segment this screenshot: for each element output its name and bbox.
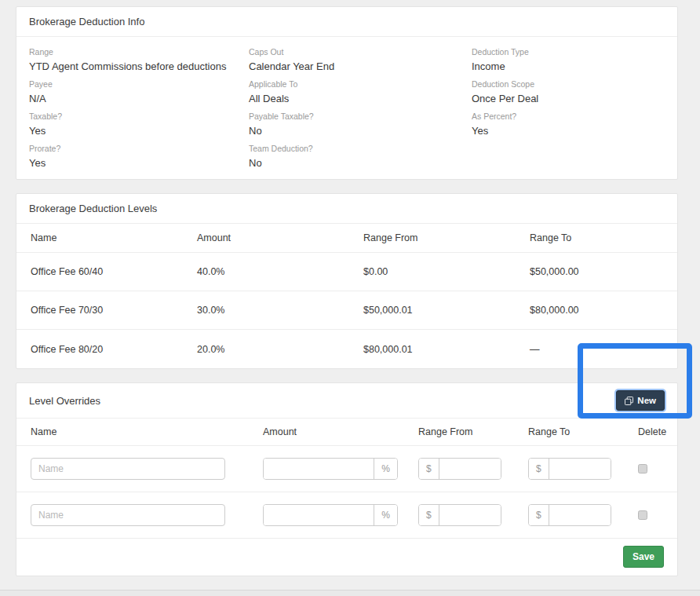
overrides-footer: Save [16,539,677,576]
page-footer-divider [0,590,700,596]
field-label: Payable Taxable? [249,112,459,121]
range-to-input-group: $ [528,458,611,480]
overrides-header-bar: Level Overrides New [16,383,677,419]
field-value: All Deals [249,93,459,104]
cell-name-input [16,504,249,526]
field-label: Payee [29,79,236,89]
column-header-range-from: Range From [349,224,516,252]
field-value: Income [472,60,677,72]
page: Brokerage Deduction Info Range YTD Agent… [0,0,700,596]
dollar-prefix: $ [419,459,439,479]
column-header-name: Name [16,419,249,445]
save-button[interactable]: Save [623,546,664,568]
field-deduction-type: Deduction Type Income [472,47,677,72]
field-as-percent: As Percent? Yes [472,112,677,137]
field-value: Calendar Year End [249,60,459,72]
amount-input-group: % [263,458,398,480]
field-label: Caps Out [249,47,459,57]
info-column-1: Range YTD Agent Commissions before deduc… [16,47,236,176]
cell-name: Office Fee 60/40 [16,266,183,277]
field-team-deduction: Team Deduction? No [249,144,459,169]
field-value: N/A [29,93,236,104]
level-overrides-card: Level Overrides New Name Amount Range Fr… [16,382,678,576]
levels-table-header: Name Amount Range From Range To [16,224,677,253]
range-to-input[interactable] [549,459,611,479]
cell-amount: 40.0% [183,266,349,277]
column-header-amount: Amount [249,419,404,445]
field-value: No [249,125,459,137]
field-range: Range YTD Agent Commissions before deduc… [29,47,236,72]
cell-name: Office Fee 70/30 [16,305,183,316]
cell-range-from-input: $ [404,458,514,480]
percent-suffix: % [374,505,397,525]
cell-amount: 30.0% [183,305,349,316]
info-column-2: Caps Out Calendar Year End Applicable To… [236,47,459,176]
info-column-3: Deduction Type Income Deduction Scope On… [459,47,677,176]
cell-range-from-input: $ [404,504,514,526]
dollar-prefix: $ [529,459,549,479]
cell-range-to-input: $ [514,504,624,526]
table-row: Office Fee 70/30 30.0% $50,000.01 $80,00… [16,291,677,330]
range-from-input[interactable] [439,459,501,479]
field-label: Taxable? [29,112,236,121]
cell-range-from: $50,000.01 [349,305,516,316]
amount-input[interactable] [264,459,374,479]
range-to-input-group: $ [528,504,611,526]
info-card-body: Range YTD Agent Commissions before deduc… [16,37,677,179]
field-value: Once Per Deal [472,93,677,104]
cell-name-input [16,458,249,480]
column-header-name: Name [16,224,183,252]
levels-card-title: Brokerage Deduction Levels [16,194,677,224]
cell-delete [624,464,677,474]
table-row: Office Fee 60/40 40.0% $0.00 $50,000.00 [16,253,677,291]
field-caps-out: Caps Out Calendar Year End [249,47,459,72]
cell-name: Office Fee 80/20 [16,344,183,355]
range-from-input-group: $ [418,458,501,480]
new-button[interactable]: New [616,390,665,411]
name-input[interactable] [31,504,225,526]
cell-range-to: $80,000.00 [516,305,677,316]
field-label: Range [29,47,236,57]
delete-checkbox[interactable] [638,510,647,520]
info-card-title: Brokerage Deduction Info [16,7,677,37]
override-input-row: % $ $ [16,446,677,492]
range-from-input-group: $ [418,504,501,526]
field-value: Yes [472,125,677,137]
amount-input[interactable] [264,505,374,525]
cell-range-from: $0.00 [349,266,516,277]
cell-delete [624,510,677,520]
column-header-range-to: Range To [514,419,624,445]
range-to-input[interactable] [549,505,611,525]
field-label: Team Deduction? [249,144,459,153]
cell-amount-input: % [249,504,404,526]
field-deduction-scope: Deduction Scope Once Per Deal [472,79,677,104]
override-input-row: % $ $ [16,492,677,539]
range-from-input[interactable] [439,505,501,525]
field-label: Deduction Type [472,47,677,57]
name-input[interactable] [31,458,225,480]
cell-range-from: $80,000.01 [349,344,516,355]
field-label: Applicable To [249,79,459,89]
field-payable-taxable: Payable Taxable? No [249,112,459,137]
cell-range-to-input: $ [514,458,624,480]
brokerage-deduction-info-card: Brokerage Deduction Info Range YTD Agent… [16,6,678,180]
cell-amount-input: % [249,458,404,480]
table-row: Office Fee 80/20 20.0% $80,000.01 — [16,330,677,368]
overrides-table-header: Name Amount Range From Range To Delete [16,419,677,446]
column-header-range-from: Range From [404,419,514,445]
cell-amount: 20.0% [183,344,349,355]
cell-range-to: $50,000.00 [516,266,677,277]
cell-range-to: — [516,344,677,355]
field-value: Yes [29,125,236,137]
field-prorate: Prorate? Yes [29,144,236,169]
amount-input-group: % [263,504,398,526]
brokerage-deduction-levels-card: Brokerage Deduction Levels Name Amount R… [16,193,678,369]
field-value: Yes [29,157,236,169]
new-button-label: New [637,396,656,405]
overrides-card-title: Level Overrides [29,395,100,407]
delete-checkbox[interactable] [638,464,647,474]
column-header-amount: Amount [183,224,349,252]
field-taxable: Taxable? Yes [29,112,236,137]
field-label: As Percent? [472,112,677,121]
field-label: Prorate? [29,144,236,153]
